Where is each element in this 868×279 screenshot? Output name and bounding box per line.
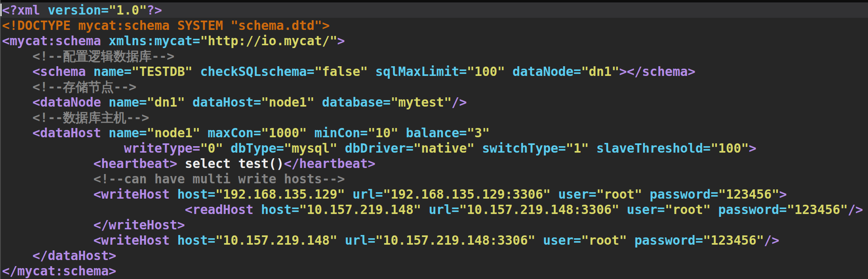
code-token-plain [535,233,543,248]
code-token-plain [170,233,177,248]
code-token-attr: url= [345,233,376,248]
code-token-text: select test() [177,156,284,171]
code-line[interactable]: <dataNode name="dn1" dataHost="node1" da… [2,94,868,110]
code-token-plain [551,187,558,201]
code-token-plain [2,126,33,140]
code-token-str: "192.168.135.129" [215,187,345,201]
code-token-str: "123456" [703,233,764,248]
code-token-tag: <writeHost [94,233,170,248]
code-token-tag: ?> [147,3,162,17]
code-token-plain [254,202,261,217]
code-token-attr: checkSQLschema= [200,64,314,79]
code-token-attr: name= [109,126,147,140]
code-line[interactable]: <readHost host="10.157.219.148" url="10.… [2,202,868,217]
code-token-plain [185,95,193,109]
code-token-attr: host= [177,187,216,201]
code-token-str: "1.0" [109,3,147,17]
code-token-plain [2,218,94,232]
code-token-plain [337,141,345,155]
code-token-tag: <schema [33,64,86,79]
code-line[interactable]: <!--配置逻辑数据库--> [2,48,868,64]
code-token-plain [619,202,627,217]
code-line[interactable]: <writeHost host="10.157.219.148" url="10… [2,233,868,248]
code-token-plain [2,95,33,109]
code-token-attr: maxCon= [208,126,261,140]
code-token-attr: name= [109,95,147,109]
code-token-plain [2,202,185,217]
code-token-plain [2,187,94,201]
code-token-tag: <dataNode [33,95,101,109]
code-token-str: "dn1" [581,64,619,79]
code-line[interactable]: <!DOCTYPE mycat:schema SYSTEM "schema.dt… [2,18,868,33]
code-line[interactable]: <!--数据库主机--> [2,110,868,125]
code-token-attr: sqlMaxLimit= [375,64,467,79]
code-token-plain [398,126,406,140]
code-line[interactable]: <?xml version="1.0"?> [0,2,868,18]
code-token-plain [2,110,33,125]
code-token-str: "1" [566,141,589,155]
code-token-plain [475,141,482,155]
code-token-comment: <!--配置逻辑数据库--> [33,49,175,63]
code-token-plain [200,126,208,140]
code-token-tag: ></schema> [619,64,695,79]
code-token-attr: version= [48,3,108,17]
code-token-attr: user= [543,233,581,248]
code-token-attr: user= [627,202,665,217]
code-token-attr: password= [635,233,703,248]
code-line[interactable]: </dataHost> [2,248,868,263]
code-token-plain [2,156,94,171]
code-line[interactable]: <schema name="TESTDB" checkSQLschema="fa… [2,64,868,79]
code-line[interactable]: <writeHost host="192.168.135.129" url="1… [2,187,868,202]
code-token-str: "3" [467,126,490,140]
code-token-tag: </dataHost> [33,248,117,263]
code-token-plain [2,80,33,94]
code-token-attr: database= [322,95,391,109]
code-token-tag: > [337,34,345,48]
code-token-attr: url= [429,202,459,217]
code-token-plain [86,64,94,79]
code-token-str: "node1" [261,95,314,109]
editor-text-area[interactable]: <?xml version="1.0"?><!DOCTYPE mycat:sch… [0,2,868,279]
code-token-attr: dataNode= [512,64,581,79]
code-token-comment: <!--存储节点--> [33,80,137,94]
code-line[interactable]: </writeHost> [2,217,868,233]
code-token-plain [307,126,314,140]
code-token-str: "123456" [718,187,779,201]
code-token-tag: </mycat:schema> [2,264,116,278]
code-line[interactable]: <heartbeat> select test()</heartbeat> [2,156,868,171]
code-token-attr: switchType= [482,141,566,155]
code-token-doctype: <!DOCTYPE mycat:schema SYSTEM "schema.dt… [2,18,330,33]
code-token-attr: dataHost= [193,95,261,109]
code-token-attr: password= [650,187,718,201]
code-token-plain [2,248,33,263]
code-line[interactable]: </mycat:schema> [2,263,868,279]
code-token-attr: host= [261,202,300,217]
code-token-str: "root" [596,187,642,201]
code-token-str: "http://io.mycat/" [200,34,337,48]
code-token-plain [505,64,512,79]
code-line[interactable]: <!--存储节点--> [2,79,868,94]
code-token-attr: user= [558,187,597,201]
code-token-attr: host= [177,233,216,248]
code-token-str: "TESTDB" [131,64,192,79]
code-token-str: "native" [414,141,475,155]
code-token-plain [627,233,635,248]
code-line[interactable]: <!--can have multi write hosts--> [2,171,868,187]
code-line[interactable]: <dataHost name="node1" maxCon="1000" min… [2,125,868,141]
code-token-tag: <heartbeat> [94,156,177,171]
code-token-plain [589,141,596,155]
code-token-attr: name= [94,64,132,79]
code-token-tag: > [749,141,756,155]
code-token-tag: writeType= [124,141,200,155]
code-line[interactable]: <mycat:schema xmlns:mycat="http://io.myc… [2,33,868,48]
code-token-str: "192.168.135.129:3306" [383,187,551,201]
editor-left-edge [0,0,1,279]
code-token-plain [2,233,94,248]
code-token-str: "mytest" [391,95,452,109]
code-token-plain [2,172,94,186]
code-token-plain [223,141,231,155]
code-line[interactable]: writeType="0" dbType="mysql" dbDriver="n… [2,141,868,156]
code-token-tag: <mycat:schema [2,34,101,48]
code-token-plain [40,3,48,17]
code-token-plain [642,187,650,201]
